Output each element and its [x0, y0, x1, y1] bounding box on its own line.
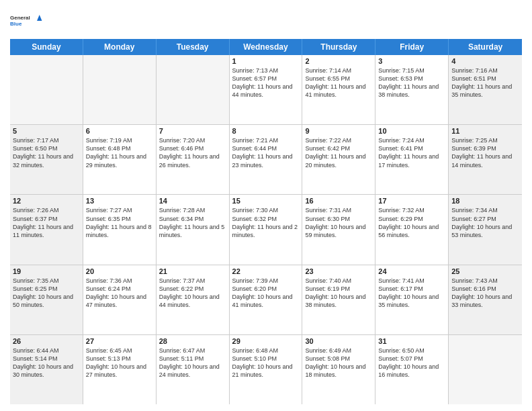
- day-number: 5: [13, 127, 80, 135]
- day-number: 3: [378, 57, 445, 65]
- day-cell-15: 15Sunrise: 7:30 AM Sunset: 6:32 PM Dayli…: [230, 195, 303, 264]
- day-number: 6: [86, 127, 153, 135]
- day-cell-3: 3Sunrise: 7:15 AM Sunset: 6:53 PM Daylig…: [375, 55, 449, 124]
- calendar-row-3: 19Sunrise: 7:35 AM Sunset: 6:25 PM Dayli…: [10, 265, 522, 335]
- day-cell-17: 17Sunrise: 7:32 AM Sunset: 6:29 PM Dayli…: [375, 195, 449, 264]
- day-info: Sunrise: 6:45 AM Sunset: 5:13 PM Dayligh…: [86, 347, 153, 379]
- day-cell-18: 18Sunrise: 7:34 AM Sunset: 6:27 PM Dayli…: [449, 195, 522, 264]
- day-info: Sunrise: 7:34 AM Sunset: 6:27 PM Dayligh…: [451, 206, 519, 239]
- day-number: 9: [305, 127, 372, 135]
- day-info: Sunrise: 7:43 AM Sunset: 6:16 PM Dayligh…: [451, 277, 519, 310]
- logo: General Blue: [10, 7, 42, 34]
- day-number: 2: [305, 57, 372, 65]
- day-number: 24: [378, 267, 445, 275]
- day-info: Sunrise: 7:26 AM Sunset: 6:37 PM Dayligh…: [13, 206, 80, 239]
- day-number: 11: [451, 127, 519, 135]
- day-cell-21: 21Sunrise: 7:37 AM Sunset: 6:22 PM Dayli…: [157, 265, 230, 334]
- svg-text:Blue: Blue: [10, 21, 22, 27]
- calendar-row-1: 5Sunrise: 7:17 AM Sunset: 6:50 PM Daylig…: [10, 125, 522, 195]
- day-info: Sunrise: 6:49 AM Sunset: 5:08 PM Dayligh…: [305, 347, 372, 379]
- day-number: 10: [378, 127, 445, 135]
- day-info: Sunrise: 7:36 AM Sunset: 6:24 PM Dayligh…: [86, 277, 153, 310]
- day-number: 21: [159, 267, 226, 275]
- calendar-header: SundayMondayTuesdayWednesdayThursdayFrid…: [10, 39, 522, 55]
- day-info: Sunrise: 7:15 AM Sunset: 6:53 PM Dayligh…: [378, 66, 445, 99]
- empty-cell-0-1: [83, 55, 157, 124]
- day-info: Sunrise: 7:13 AM Sunset: 6:57 PM Dayligh…: [232, 66, 300, 99]
- empty-cell-0-2: [157, 55, 230, 124]
- day-number: 12: [13, 197, 80, 205]
- day-number: 20: [86, 267, 153, 275]
- day-number: 29: [232, 337, 300, 345]
- day-number: 15: [232, 197, 300, 205]
- day-number: 8: [232, 127, 300, 135]
- day-cell-2: 2Sunrise: 7:14 AM Sunset: 6:55 PM Daylig…: [302, 55, 375, 124]
- day-cell-14: 14Sunrise: 7:28 AM Sunset: 6:34 PM Dayli…: [157, 195, 230, 264]
- day-info: Sunrise: 7:22 AM Sunset: 6:42 PM Dayligh…: [305, 136, 372, 169]
- day-info: Sunrise: 6:44 AM Sunset: 5:14 PM Dayligh…: [13, 347, 80, 379]
- header-day-friday: Friday: [375, 39, 449, 55]
- day-cell-25: 25Sunrise: 7:43 AM Sunset: 6:16 PM Dayli…: [449, 265, 522, 334]
- header-day-thursday: Thursday: [302, 39, 375, 55]
- day-cell-27: 27Sunrise: 6:45 AM Sunset: 5:13 PM Dayli…: [83, 335, 157, 404]
- day-cell-31: 31Sunrise: 6:50 AM Sunset: 5:07 PM Dayli…: [375, 335, 449, 404]
- day-info: Sunrise: 7:31 AM Sunset: 6:30 PM Dayligh…: [305, 206, 372, 239]
- day-number: 28: [159, 337, 226, 345]
- calendar-row-2: 12Sunrise: 7:26 AM Sunset: 6:37 PM Dayli…: [10, 195, 522, 265]
- day-number: 7: [159, 127, 226, 135]
- calendar-body: 1Sunrise: 7:13 AM Sunset: 6:57 PM Daylig…: [10, 55, 522, 404]
- day-cell-24: 24Sunrise: 7:41 AM Sunset: 6:17 PM Dayli…: [375, 265, 449, 334]
- day-number: 26: [13, 337, 80, 345]
- day-number: 16: [305, 197, 372, 205]
- day-cell-19: 19Sunrise: 7:35 AM Sunset: 6:25 PM Dayli…: [10, 265, 83, 334]
- day-number: 19: [13, 267, 80, 275]
- header-day-sunday: Sunday: [10, 39, 83, 55]
- day-number: 13: [86, 197, 153, 205]
- day-info: Sunrise: 7:35 AM Sunset: 6:25 PM Dayligh…: [13, 277, 80, 310]
- day-info: Sunrise: 6:50 AM Sunset: 5:07 PM Dayligh…: [378, 347, 445, 379]
- page-header: General Blue: [10, 7, 522, 34]
- day-info: Sunrise: 7:32 AM Sunset: 6:29 PM Dayligh…: [378, 206, 445, 239]
- day-number: 25: [451, 267, 519, 275]
- header-day-monday: Monday: [83, 39, 157, 55]
- day-cell-23: 23Sunrise: 7:40 AM Sunset: 6:19 PM Dayli…: [302, 265, 375, 334]
- day-number: 22: [232, 267, 300, 275]
- day-cell-7: 7Sunrise: 7:20 AM Sunset: 6:46 PM Daylig…: [157, 125, 230, 194]
- day-cell-13: 13Sunrise: 7:27 AM Sunset: 6:35 PM Dayli…: [83, 195, 157, 264]
- svg-marker-2: [37, 15, 42, 21]
- day-info: Sunrise: 7:25 AM Sunset: 6:39 PM Dayligh…: [451, 136, 519, 169]
- empty-cell-0-0: [10, 55, 83, 124]
- day-cell-20: 20Sunrise: 7:36 AM Sunset: 6:24 PM Dayli…: [83, 265, 157, 334]
- day-cell-28: 28Sunrise: 6:47 AM Sunset: 5:11 PM Dayli…: [157, 335, 230, 404]
- day-info: Sunrise: 7:30 AM Sunset: 6:32 PM Dayligh…: [232, 206, 300, 239]
- day-number: 4: [451, 57, 519, 65]
- header-day-wednesday: Wednesday: [230, 39, 303, 55]
- day-cell-22: 22Sunrise: 7:39 AM Sunset: 6:20 PM Dayli…: [230, 265, 303, 334]
- calendar: SundayMondayTuesdayWednesdayThursdayFrid…: [10, 39, 522, 404]
- day-info: Sunrise: 7:27 AM Sunset: 6:35 PM Dayligh…: [86, 206, 153, 239]
- day-number: 27: [86, 337, 153, 345]
- header-day-tuesday: Tuesday: [157, 39, 230, 55]
- day-info: Sunrise: 7:40 AM Sunset: 6:19 PM Dayligh…: [305, 277, 372, 310]
- day-info: Sunrise: 7:14 AM Sunset: 6:55 PM Dayligh…: [305, 66, 372, 99]
- day-cell-5: 5Sunrise: 7:17 AM Sunset: 6:50 PM Daylig…: [10, 125, 83, 194]
- calendar-row-0: 1Sunrise: 7:13 AM Sunset: 6:57 PM Daylig…: [10, 55, 522, 125]
- day-number: 18: [451, 197, 519, 205]
- day-info: Sunrise: 7:41 AM Sunset: 6:17 PM Dayligh…: [378, 277, 445, 310]
- day-number: 17: [378, 197, 445, 205]
- day-cell-30: 30Sunrise: 6:49 AM Sunset: 5:08 PM Dayli…: [302, 335, 375, 404]
- day-info: Sunrise: 7:21 AM Sunset: 6:44 PM Dayligh…: [232, 136, 300, 169]
- header-day-saturday: Saturday: [449, 39, 522, 55]
- day-info: Sunrise: 7:37 AM Sunset: 6:22 PM Dayligh…: [159, 277, 226, 310]
- day-info: Sunrise: 6:47 AM Sunset: 5:11 PM Dayligh…: [159, 347, 226, 379]
- svg-text:General: General: [10, 15, 30, 21]
- day-info: Sunrise: 7:19 AM Sunset: 6:48 PM Dayligh…: [86, 136, 153, 169]
- day-cell-8: 8Sunrise: 7:21 AM Sunset: 6:44 PM Daylig…: [230, 125, 303, 194]
- day-cell-29: 29Sunrise: 6:48 AM Sunset: 5:10 PM Dayli…: [230, 335, 303, 404]
- day-info: Sunrise: 7:39 AM Sunset: 6:20 PM Dayligh…: [232, 277, 300, 310]
- day-number: 30: [305, 337, 372, 345]
- day-number: 23: [305, 267, 372, 275]
- day-info: Sunrise: 7:28 AM Sunset: 6:34 PM Dayligh…: [159, 206, 226, 239]
- day-cell-12: 12Sunrise: 7:26 AM Sunset: 6:37 PM Dayli…: [10, 195, 83, 264]
- day-info: Sunrise: 7:17 AM Sunset: 6:50 PM Dayligh…: [13, 136, 80, 169]
